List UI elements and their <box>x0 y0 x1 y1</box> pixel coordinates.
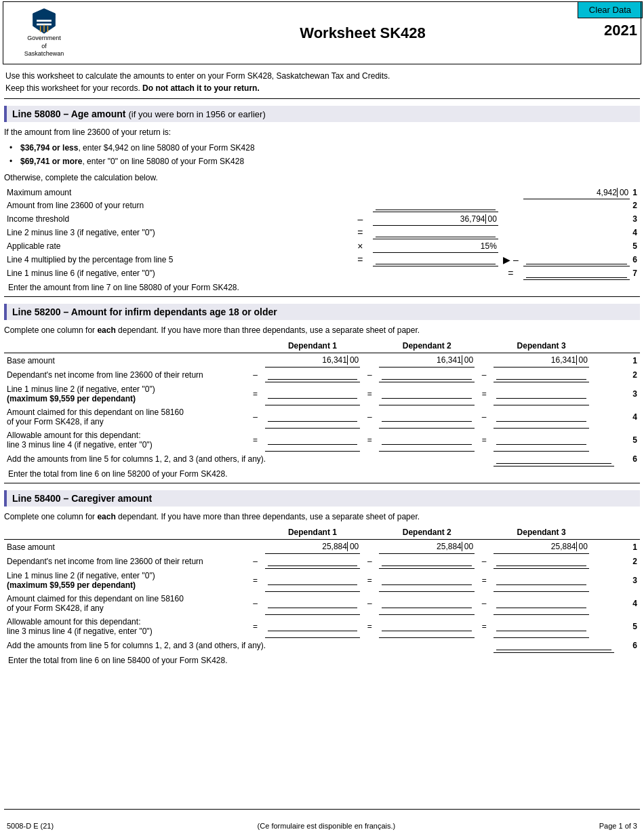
table-row: Base amount 25,88400 25,88400 25,88400 1 <box>4 540 640 554</box>
58400-d1-r4[interactable] <box>268 598 358 608</box>
58200-d1-r5[interactable] <box>268 435 358 445</box>
logo-area: Government of Saskatchewan <box>10 7 78 58</box>
section-58400: Line 58400 – Caregiver amount Complete o… <box>4 490 640 665</box>
58200-enter-note: Enter the total from line 6 on line 5820… <box>8 469 636 479</box>
58200-d1-r2[interactable] <box>268 370 358 380</box>
section-58200-header: Line 58200 – Amount for infirm dependant… <box>4 304 640 320</box>
58200-d3-r5[interactable] <box>496 435 586 445</box>
gov-logo-icon <box>31 7 58 35</box>
58080-bullets: $36,794 or less, enter $4,942 on line 58… <box>15 141 640 169</box>
french-note: (Ce formulaire est disponible en françai… <box>258 822 396 830</box>
58200-d2-r2[interactable] <box>382 370 472 380</box>
page-number: Page 1 of 3 <box>599 822 637 830</box>
58200-d2-r4[interactable] <box>382 412 472 422</box>
table-row: Allowable amount for this dependant:line… <box>4 615 640 638</box>
58400-d2-r4[interactable] <box>382 598 472 608</box>
table-row: Income threshold – 36,79400 3 <box>4 212 640 226</box>
58080-otherwise: Otherwise, complete the calculation belo… <box>4 172 640 184</box>
section-58200: Line 58200 – Amount for infirm dependant… <box>4 304 640 479</box>
line4-input[interactable] <box>376 227 496 237</box>
58400-d3-r5[interactable] <box>496 621 586 631</box>
table-row: Line 2 minus line 3 (if negative, enter … <box>4 226 640 239</box>
dep-header-row: Dependant 1 Dependant 2 Dependant 3 <box>4 339 640 353</box>
58200-d1-r4[interactable] <box>268 412 358 422</box>
svg-rect-2 <box>37 20 52 22</box>
58400-d2-r2[interactable] <box>382 556 472 566</box>
58400-d3-r4[interactable] <box>496 598 586 608</box>
table-row: Base amount 16,34100 16,34100 16,34100 1 <box>4 353 640 368</box>
58080-enter-note: Enter the amount from line 7 on line 580… <box>8 283 636 292</box>
worksheet-title: Worksheet SK428 <box>92 24 634 42</box>
table-row: Maximum amount 4,94200 1 <box>4 186 640 199</box>
58200-d3-r3[interactable] <box>496 389 586 399</box>
table-row: Line 1 minus line 2 (if negative, enter … <box>4 569 640 592</box>
table-row: Line 1 minus line 6 (if negative, enter … <box>4 266 640 280</box>
58400-d3-r2[interactable] <box>496 556 586 566</box>
svg-marker-4 <box>33 9 56 19</box>
table-row: Allowable amount for this dependant:line… <box>4 429 640 452</box>
section-58400-header: Line 58400 – Caregiver amount <box>4 490 640 507</box>
table-row: Amount from line 23600 of your return 2 <box>4 199 640 212</box>
58400-dep-table: Dependant 1 Dependant 2 Dependant 3 Base… <box>4 525 640 653</box>
section-58080-header: Line 58080 – Age amount (if you were bor… <box>4 106 640 122</box>
line2-input[interactable] <box>376 200 496 210</box>
section-58080: Line 58080 – Age amount (if you were bor… <box>4 106 640 292</box>
table-row: Dependant's net income from line 23600 o… <box>4 554 640 569</box>
table-row: Amount claimed for this dependant on lin… <box>4 405 640 429</box>
58400-enter-note: Enter the total from line 6 on line 5840… <box>8 656 636 665</box>
58400-d3-r3[interactable] <box>496 575 586 585</box>
table-row: Amount claimed for this dependant on lin… <box>4 592 640 615</box>
table-row: Applicable rate × 15% 5 <box>4 239 640 253</box>
table-row: Dependant's net income from line 23600 o… <box>4 368 640 382</box>
58400-total[interactable] <box>496 640 611 650</box>
58400-d2-r3[interactable] <box>382 575 472 585</box>
footer: 5008-D E (21) (Ce formulaire est disponi… <box>7 819 637 830</box>
table-row: Add the amounts from line 5 for columns … <box>4 452 640 466</box>
table-row: Line 1 minus line 2 (if negative, enter … <box>4 382 640 405</box>
58200-intro: Complete one column for each dependant. … <box>4 324 640 336</box>
line7-result-input[interactable] <box>526 268 627 278</box>
gov-name: Government of Saskatchewan <box>24 35 64 58</box>
table-row: Line 4 multiplied by the percentage from… <box>4 253 640 266</box>
line6-input[interactable] <box>376 254 496 264</box>
header-box: Government of Saskatchewan Worksheet SK4… <box>3 1 641 64</box>
58200-d2-r5[interactable] <box>382 435 472 445</box>
58200-d3-r2[interactable] <box>496 370 586 380</box>
58200-d2-r3[interactable] <box>382 389 472 399</box>
table-row: Add the amounts from line 5 for columns … <box>4 638 640 653</box>
58200-dep-table: Dependant 1 Dependant 2 Dependant 3 Base… <box>4 339 640 466</box>
58200-d3-r4[interactable] <box>496 412 586 422</box>
line6-result-input[interactable] <box>526 254 627 264</box>
form-number: 5008-D E (21) <box>7 822 54 830</box>
58200-d1-r3[interactable] <box>268 389 358 399</box>
58400-d1-r2[interactable] <box>268 556 358 566</box>
58080-calc-table: Maximum amount 4,94200 1 Amount from lin… <box>4 186 640 281</box>
dep-header-row: Dependant 1 Dependant 2 Dependant 3 <box>4 525 640 540</box>
58400-d2-r5[interactable] <box>382 621 472 631</box>
58400-d1-r5[interactable] <box>268 621 358 631</box>
58400-intro: Complete one column for each dependant. … <box>4 511 640 523</box>
58080-intro: If the amount from line 23600 of your re… <box>4 126 640 138</box>
58400-d1-r3[interactable] <box>268 575 358 585</box>
58200-total[interactable] <box>496 454 611 464</box>
intro-text: Use this worksheet to calculate the amou… <box>5 70 639 94</box>
